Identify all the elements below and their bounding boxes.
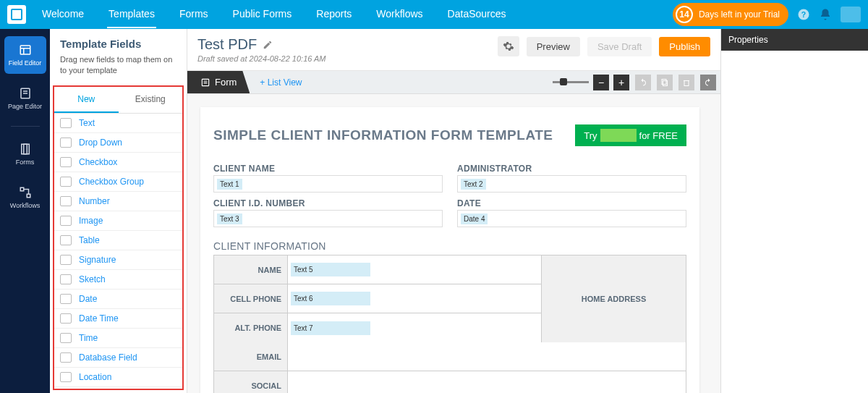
client-info-table: NAME Text 5 CELL PHONE Text 6 ALT. PHONE… [213, 255, 686, 393]
try-free-banner[interactable]: Try for FREE [575, 124, 686, 146]
trial-pill[interactable]: 14 Days left in your Trial [673, 3, 788, 26]
svg-rect-11 [27, 194, 30, 198]
field-cell[interactable]: Text 3 [213, 210, 443, 227]
info-label: ALT. PHONE [214, 313, 288, 342]
zoom-slider[interactable] [553, 81, 589, 83]
top-navbar: Welcome Templates Forms Public Forms Rep… [0, 0, 868, 29]
rail-field-editor[interactable]: Field Editor [4, 36, 46, 74]
rail-forms[interactable]: Forms [4, 135, 46, 173]
field-type-label: Image [79, 216, 103, 226]
field-type-number[interactable]: Number [54, 192, 182, 211]
field-cell[interactable]: Date 4 [457, 210, 686, 227]
field-type-location[interactable]: Location [54, 368, 182, 387]
text-field[interactable]: Text 6 [291, 292, 370, 305]
nav-welcome[interactable]: Welcome [41, 1, 85, 28]
field-type-checkbox[interactable]: Checkbox [54, 153, 182, 172]
field-type-label: Number [79, 196, 110, 206]
field-type-icon [60, 294, 72, 304]
field-type-drop-down[interactable]: Drop Down [54, 133, 182, 153]
field-label: CLIENT I.D. NUMBER [213, 198, 443, 208]
bell-icon[interactable] [819, 8, 832, 21]
canvas-scroll[interactable]: SIMPLE CLIENT INFORMATION FORM TEMPLATE … [187, 94, 720, 393]
field-type-label: Location [79, 372, 111, 382]
nav-datasources[interactable]: DataSources [446, 1, 508, 28]
info-cell[interactable] [288, 342, 686, 371]
nav-forms[interactable]: Forms [178, 1, 210, 28]
edit-title-icon[interactable] [263, 40, 273, 50]
tab-new[interactable]: New [54, 87, 119, 113]
home-address-cell[interactable]: HOME ADDRESS [541, 255, 686, 342]
field-type-table[interactable]: Table [54, 231, 182, 250]
publish-button[interactable]: Publish [659, 37, 710, 56]
info-cell[interactable]: Text 6 [288, 284, 541, 313]
text-field[interactable]: Text 1 [217, 179, 242, 190]
page-title: SIMPLE CLIENT INFORMATION FORM TEMPLATE [213, 127, 553, 143]
fields-panel: Template Fields Drag new fields to map t… [50, 29, 187, 393]
tab-existing[interactable]: Existing [119, 87, 183, 113]
field-cell[interactable]: Text 2 [457, 175, 686, 193]
svg-rect-15 [663, 80, 668, 85]
field-type-label: Time [79, 333, 98, 343]
trial-days-badge: 14 [676, 6, 693, 23]
nav-workflows[interactable]: Workflows [375, 1, 424, 28]
save-draft-button[interactable]: Save Draft [587, 37, 652, 56]
nav-public-forms[interactable]: Public Forms [231, 1, 294, 28]
field-type-image[interactable]: Image [54, 211, 182, 231]
field-cell[interactable]: Text 1 [213, 175, 443, 193]
zoom-in-button[interactable]: + [613, 75, 629, 90]
svg-text:?: ? [801, 10, 806, 19]
document-header: Test PDF Draft saved at 2024-08-22 10:16… [187, 29, 720, 71]
field-type-label: Checkbox [79, 157, 117, 167]
field-type-text[interactable]: Text [54, 114, 182, 133]
field-type-icon [60, 196, 72, 206]
field-type-label: Date [79, 294, 97, 304]
nav-templates[interactable]: Templates [107, 1, 156, 28]
field-label: CLIENT NAME [213, 164, 443, 174]
field-type-date[interactable]: Date [54, 290, 182, 309]
svg-rect-10 [20, 187, 24, 191]
rail-label: Forms [16, 159, 35, 166]
user-avatar[interactable] [841, 7, 861, 22]
rail-page-editor[interactable]: Page Editor [4, 80, 46, 117]
info-cell[interactable]: Text 5 [288, 255, 541, 284]
nav-reports[interactable]: Reports [315, 1, 353, 28]
trial-text: Days left in your Trial [699, 9, 780, 20]
field-type-icon [60, 157, 72, 167]
help-icon[interactable]: ? [797, 8, 810, 21]
form-tab[interactable]: Form [187, 71, 250, 93]
info-cell[interactable]: Text 7 [288, 313, 541, 342]
app-logo[interactable] [7, 5, 26, 24]
field-list: TextDrop DownCheckboxCheckbox GroupNumbe… [54, 114, 182, 390]
info-cell[interactable] [288, 371, 686, 393]
field-type-date-time[interactable]: Date Time [54, 309, 182, 329]
text-field[interactable]: Text 7 [291, 321, 370, 335]
field-type-label: Database Field [79, 352, 137, 363]
field-type-checkbox-group[interactable]: Checkbox Group [54, 172, 182, 192]
field-type-time[interactable]: Time [54, 329, 182, 348]
copy-button[interactable] [657, 75, 673, 90]
zoom-out-button[interactable]: − [593, 75, 609, 90]
canvas-area: Test PDF Draft saved at 2024-08-22 10:16… [187, 29, 720, 393]
field-type-database-field[interactable]: Database Field [54, 348, 182, 368]
field-type-signature[interactable]: Signature [54, 250, 182, 270]
fields-panel-title: Template Fields [60, 38, 176, 50]
settings-button[interactable] [498, 36, 519, 56]
add-list-view[interactable]: + List View [260, 77, 302, 88]
preview-button[interactable]: Preview [527, 37, 580, 56]
rail-divider [11, 126, 40, 127]
undo-button[interactable] [635, 75, 651, 90]
text-field[interactable]: Text 5 [291, 263, 370, 276]
gear-icon [503, 41, 514, 52]
delete-button[interactable] [678, 75, 694, 90]
field-type-icon [60, 118, 72, 128]
text-field[interactable]: Text 3 [217, 214, 242, 224]
field-type-sketch[interactable]: Sketch [54, 270, 182, 290]
redo-button[interactable] [700, 75, 716, 90]
info-label: NAME [214, 255, 288, 284]
field-type-label: Text [79, 118, 95, 128]
field-type-label: Table [79, 235, 100, 245]
document-saved-text: Draft saved at 2024-08-22 10:16 AM [197, 54, 498, 63]
text-field[interactable]: Text 2 [461, 179, 486, 190]
text-field[interactable]: Date 4 [461, 214, 488, 224]
rail-workflows[interactable]: Workflows [4, 179, 46, 216]
